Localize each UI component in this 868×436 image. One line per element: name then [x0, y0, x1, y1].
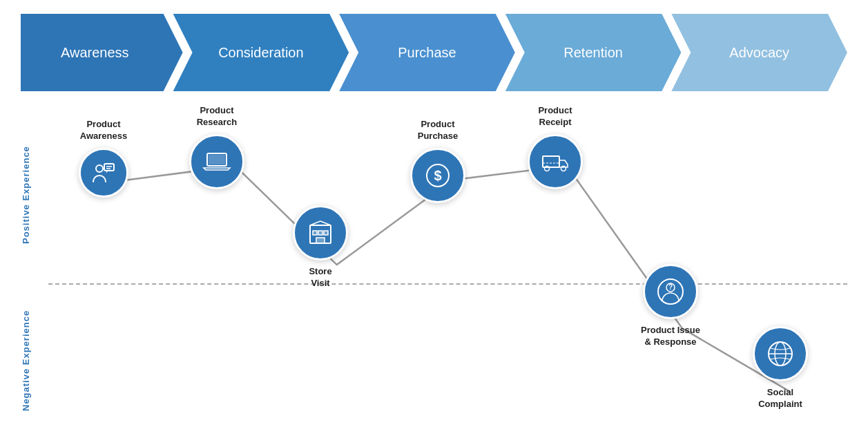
funnel-step-purchase: Purchase: [339, 14, 515, 91]
funnel-step-awareness: Awareness: [21, 14, 183, 91]
node-product-research-label: ProductResearch: [197, 105, 238, 129]
journey-area: Positive Experience Negative Experience …: [21, 98, 847, 423]
funnel-step-retention: Retention: [505, 14, 682, 91]
node-social-complaint-label: SocialComplaint: [758, 387, 802, 410]
svg-rect-5: [209, 155, 225, 164]
negative-experience-label: Negative Experience: [21, 305, 31, 416]
journey-content: ProductAwareness ProductResearch: [48, 98, 847, 423]
funnel-step-label: Purchase: [398, 45, 456, 61]
svg-rect-9: [324, 231, 328, 235]
svg-rect-8: [318, 231, 322, 235]
svg-rect-7: [313, 231, 317, 235]
funnel-step-consideration: Consideration: [173, 14, 349, 91]
svg-rect-15: [543, 156, 559, 167]
funnel-step-label: Advocacy: [729, 45, 789, 61]
funnel-step-advocacy: Advocacy: [671, 14, 847, 91]
node-product-receipt-circle: [528, 134, 583, 189]
svg-rect-10: [316, 238, 325, 243]
node-product-awareness-label: ProductAwareness: [80, 119, 127, 142]
node-product-research-circle: [189, 134, 244, 189]
node-social-complaint: SocialComplaint: [753, 326, 808, 410]
node-product-purchase: ProductPurchase $: [410, 119, 465, 203]
node-product-awareness-circle: [79, 148, 128, 198]
funnel-banner: Awareness Consideration Purchase Retenti…: [21, 14, 847, 91]
node-product-purchase-circle: $: [410, 148, 465, 203]
funnel-step-label: Retention: [563, 45, 623, 61]
funnel-step-label: Awareness: [61, 45, 129, 61]
node-store-visit-circle: [293, 205, 348, 260]
main-container: Awareness Consideration Purchase Retenti…: [0, 14, 868, 436]
svg-text:?: ?: [668, 283, 673, 291]
node-store-visit: StoreVisit: [293, 205, 348, 290]
svg-point-0: [96, 165, 103, 172]
svg-rect-1: [104, 164, 114, 171]
node-store-visit-label: StoreVisit: [309, 266, 331, 290]
node-product-issue: ? Product Issue& Response: [641, 264, 700, 348]
node-product-issue-circle: ?: [643, 264, 698, 319]
node-product-purchase-label: ProductPurchase: [418, 119, 459, 142]
node-social-complaint-circle: [753, 326, 808, 381]
positive-experience-label: Positive Experience: [21, 126, 31, 264]
node-product-receipt: ProductReceipt: [528, 105, 583, 189]
node-product-awareness: ProductAwareness: [79, 119, 128, 198]
svg-text:$: $: [434, 168, 441, 183]
node-product-research: ProductResearch: [189, 105, 244, 189]
funnel-step-label: Consideration: [218, 45, 303, 61]
node-product-issue-label: Product Issue& Response: [641, 325, 700, 348]
node-product-receipt-label: ProductReceipt: [538, 105, 572, 129]
